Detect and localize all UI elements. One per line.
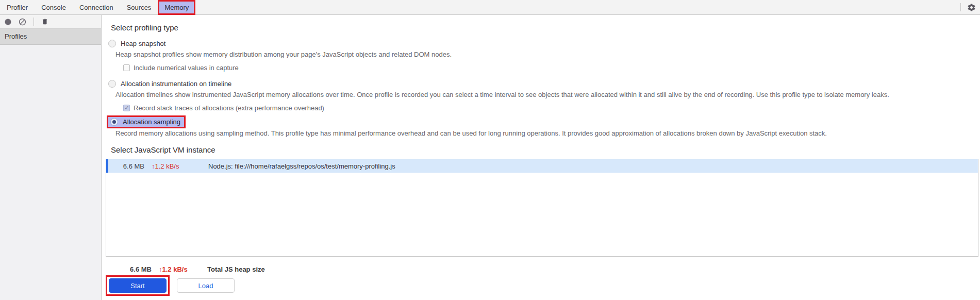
radio-icon-heap-snapshot[interactable] [108,40,116,47]
record-icon[interactable] [5,19,11,25]
checkbox-label: Include numerical values in capture [134,64,239,72]
checkbox-include-numerical-values: Include numerical values in capture [123,63,980,72]
profiles-toolbar [0,15,101,29]
checkbox-icon [123,64,130,71]
annotation-box-memory-tab: Memory [158,0,195,15]
vm-instance-row-selected[interactable]: 6.6 MB ↑1.2 kB/s Node.js: file:///home/r… [106,159,978,173]
annotation-box-start-button: Start [106,275,170,296]
toolbar-divider [960,3,961,11]
profiler-actions: Start Load [106,275,980,296]
radio-icon-allocation-sampling[interactable] [110,118,118,126]
vm-instance-table: 6.6 MB ↑1.2 kB/s Node.js: file:///home/r… [106,159,978,257]
profiling-type-heading: Select profiling type [111,23,980,32]
radio-option-heap-snapshot[interactable]: Heap snapshot [108,39,980,48]
heap-snapshot-description: Heap snapshot profiles show memory distr… [115,51,980,59]
gear-icon[interactable] [967,3,976,12]
tab-sources[interactable]: Sources [120,1,158,14]
start-button[interactable]: Start [109,278,167,293]
annotation-box-allocation-sampling: Allocation sampling [107,115,186,128]
allocation-timeline-description: Allocation timelines show instrumented J… [115,91,980,99]
tab-profiler[interactable]: Profiler [0,1,35,14]
checkbox-record-stack-traces: Record stack traces of allocations (extr… [123,104,980,112]
tab-console[interactable]: Console [35,1,73,14]
allocation-sampling-description: Record memory allocations using sampling… [115,129,980,138]
tab-strip: Profiler Console Connection Sources Memo… [0,0,980,15]
checkbox-label: Record stack traces of allocations (extr… [134,104,324,112]
memory-panel: Select profiling type Heap snapshot Heap… [102,15,980,300]
vm-allocation-rate: ↑1.2 kB/s [152,162,192,170]
vm-instance-heading: Select JavaScript VM instance [111,145,980,155]
toolbar-divider [34,18,34,26]
radio-option-allocation-sampling[interactable]: Allocation sampling [123,118,180,126]
profiles-panel-header: Profiles [0,29,101,45]
radio-label: Heap snapshot [121,40,165,47]
clear-icon[interactable] [19,18,26,26]
tab-memory[interactable]: Memory [159,2,194,13]
profiles-sidebar: Profiles [0,15,102,300]
vm-heap-size: 6.6 MB [115,162,144,170]
profiles-list-empty [0,45,101,300]
radio-icon-allocation-timeline[interactable] [108,80,116,88]
vm-instance-name: Node.js: file:///home/rafaelgss/repos/os… [208,162,395,170]
tab-connection[interactable]: Connection [73,1,120,14]
load-button[interactable]: Load [177,278,235,293]
total-allocation-rate: ↑1.2 kB/s [159,265,200,273]
heap-total-row: 6.6 MB ↑1.2 kB/s Total JS heap size [106,265,980,274]
trash-icon[interactable] [41,18,48,25]
radio-label: Allocation instrumentation on timeline [121,80,231,88]
total-heap-label: Total JS heap size [207,265,265,273]
checkbox-icon-checked [123,105,130,111]
total-heap-size: 6.6 MB [123,265,152,273]
radio-option-allocation-timeline[interactable]: Allocation instrumentation on timeline [108,79,980,88]
